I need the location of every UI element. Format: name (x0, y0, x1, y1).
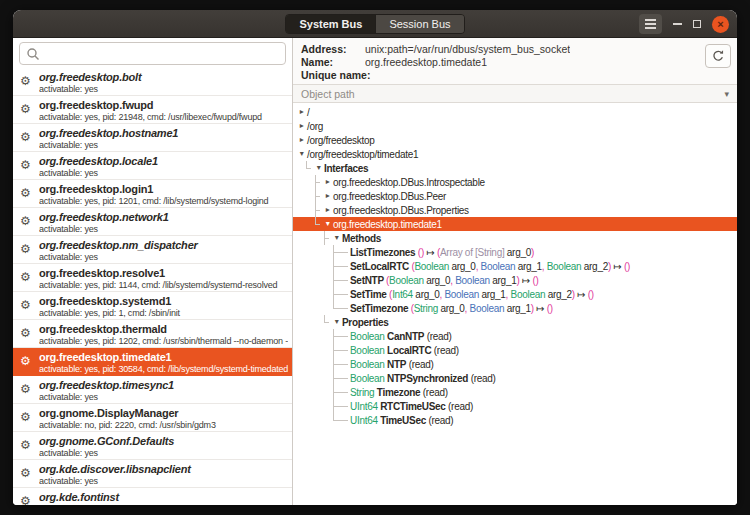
address-label: Address: (301, 43, 365, 56)
menu-button[interactable] (639, 14, 662, 34)
service-list-item[interactable]: ⚙ org.freedesktop.nm_dispatcher activata… (13, 236, 292, 264)
name-value: org.freedesktop.timedate1 (365, 56, 487, 69)
expander-collapsed-icon[interactable]: ▸ (322, 203, 333, 217)
tree-connector-line (332, 273, 350, 287)
tree-row[interactable]: ▸org.freedesktop.DBus.Properties (293, 203, 737, 217)
service-detail: activatable: yes (39, 392, 288, 402)
gear-icon: ⚙ (20, 467, 31, 479)
maximize-button[interactable] (693, 20, 701, 28)
tree-connector-line (332, 371, 350, 385)
service-name: org.kde.discover.libsnapclient (39, 463, 288, 475)
service-name: org.freedesktop.login1 (39, 183, 288, 195)
service-list-item[interactable]: ⚙ org.gnome.GConf.Defaults activatable: … (13, 432, 292, 460)
tree-row[interactable]: Boolean NTPSynchronized (read) (293, 371, 737, 385)
tree-text-segment: (read) (424, 331, 451, 342)
tree-connector-line (332, 357, 350, 371)
tree-text-segment: Boolean (481, 261, 516, 272)
search-icon (26, 47, 40, 61)
tree-text-segment: Boolean (350, 331, 387, 342)
tree-row[interactable]: Boolean CanNTP (read) (293, 329, 737, 343)
tree-row[interactable]: ▾/org/freedesktop/timedate1 (293, 147, 737, 161)
gear-icon: ⚙ (20, 271, 31, 283)
tree-text-segment: (read) (431, 345, 458, 356)
tree-connector-line (314, 189, 322, 203)
tree-connector-line (332, 245, 350, 259)
minimize-button[interactable] (673, 23, 682, 25)
expander-collapsed-icon[interactable]: ▸ (296, 133, 307, 147)
chevron-down-icon: ▾ (724, 89, 729, 99)
maximize-icon (693, 20, 701, 28)
tree-indent (293, 385, 332, 399)
expander-collapsed-icon[interactable]: ▸ (296, 105, 307, 119)
tree-indent (293, 203, 314, 217)
service-list-item[interactable]: ⚙ org.freedesktop.timedate1 activatable:… (13, 348, 292, 376)
tree-row[interactable]: ▸/org/freedesktop (293, 133, 737, 147)
service-list-item[interactable]: ⚙ org.kde.fontinst (13, 488, 292, 505)
tree-row[interactable]: ▾Methods (293, 231, 737, 245)
tree-row[interactable]: ▾Interfaces (293, 161, 737, 175)
tree-connector-line (332, 413, 350, 427)
expander-collapsed-icon[interactable]: ▸ (296, 119, 307, 133)
tree-row[interactable]: ▸/ (293, 105, 737, 119)
tree-row[interactable]: ▸org.freedesktop.DBus.Peer (293, 189, 737, 203)
expander-expanded-icon[interactable]: ▾ (296, 147, 307, 161)
expander-expanded-icon[interactable]: ▾ (313, 161, 324, 175)
service-list-item[interactable]: ⚙ org.freedesktop.hostname1 activatable:… (13, 124, 292, 152)
tree-row[interactable]: SetTimezone (String arg_0, Boolean arg_1… (293, 301, 737, 315)
tree-row[interactable]: SetNTP (Boolean arg_0, Boolean arg_1) ↦ … (293, 273, 737, 287)
tree-text-segment: arg_0 (438, 303, 465, 314)
tree-row[interactable]: Boolean LocalRTC (read) (293, 343, 737, 357)
tree-row[interactable]: Boolean NTP (read) (293, 357, 737, 371)
expander-expanded-icon[interactable]: ▾ (322, 217, 333, 231)
service-list-item[interactable]: ⚙ org.freedesktop.resolve1 activatable: … (13, 264, 292, 292)
tree-row[interactable]: String Timezone (read) (293, 385, 737, 399)
service-list-item[interactable]: ⚙ org.gnome.DisplayManager activatable: … (13, 404, 292, 432)
gear-icon: ⚙ (20, 495, 31, 505)
gear-icon: ⚙ (20, 243, 31, 255)
service-name: org.freedesktop.hostname1 (39, 127, 288, 139)
tree-text-segment: TimeUSec (380, 415, 426, 426)
service-list-item[interactable]: ⚙ org.freedesktop.timesync1 activatable:… (13, 376, 292, 404)
tree-text-segment: arg_1 (504, 303, 531, 314)
expander-collapsed-icon[interactable]: ▸ (322, 189, 333, 203)
service-list-item[interactable]: ⚙ org.freedesktop.systemd1 activatable: … (13, 292, 292, 320)
tree-row[interactable]: SetTime (Int64 arg_0, Boolean arg_1, Boo… (293, 287, 737, 301)
tree-text-segment: Boolean (350, 359, 387, 370)
unique-name-label: Unique name: (301, 69, 370, 82)
tree-row[interactable]: UInt64 RTCTimeUSec (read) (293, 399, 737, 413)
tree-text-segment: SetNTP (350, 275, 386, 286)
tree-row[interactable]: ▾Properties (293, 315, 737, 329)
tree-row[interactable]: ListTimezones () ↦ (Array of [String] ar… (293, 245, 737, 259)
expander-expanded-icon[interactable]: ▾ (331, 315, 342, 329)
tab-session-bus[interactable]: Session Bus (375, 15, 463, 33)
tree-row[interactable]: ▾org.freedesktop.timedate1 (293, 217, 737, 231)
close-button[interactable]: × (712, 16, 729, 33)
tree-text-segment: Boolean (444, 289, 479, 300)
app-window: System Bus Session Bus × (13, 10, 737, 505)
expander-collapsed-icon[interactable]: ▸ (322, 175, 333, 189)
tree-connector-line (332, 301, 350, 315)
expander-expanded-icon[interactable]: ▾ (331, 231, 342, 245)
tab-system-bus[interactable]: System Bus (286, 15, 375, 33)
service-list-item[interactable]: ⚙ org.freedesktop.locale1 activatable: y… (13, 152, 292, 180)
service-name: org.freedesktop.timedate1 (39, 351, 288, 363)
titlebar[interactable]: System Bus Session Bus × (13, 10, 737, 38)
service-list-item[interactable]: ⚙ org.freedesktop.bolt activatable: yes (13, 68, 292, 96)
service-list-item[interactable]: ⚙ org.freedesktop.thermald activatable: … (13, 320, 292, 348)
tree-row[interactable]: ▸/org (293, 119, 737, 133)
tree-text-segment: ↦ (519, 275, 532, 286)
object-path-column-header[interactable]: Object path ▾ (293, 84, 737, 103)
tree-row[interactable]: SetLocalRTC (Boolean arg_0, Boolean arg_… (293, 259, 737, 273)
tree-indent (293, 175, 314, 189)
search-input[interactable] (20, 43, 285, 64)
tree-row[interactable]: UInt64 TimeUSec (read) (293, 413, 737, 427)
service-name: org.freedesktop.thermald (39, 323, 288, 335)
tree-row[interactable]: ▸org.freedesktop.DBus.Introspectable (293, 175, 737, 189)
service-name: org.freedesktop.resolve1 (39, 267, 288, 279)
service-list-item[interactable]: ⚙ org.freedesktop.network1 activatable: … (13, 208, 292, 236)
service-list-item[interactable]: ⚙ org.freedesktop.fwupd activatable: yes… (13, 96, 292, 124)
tree-connector-line (314, 175, 322, 189)
refresh-button[interactable] (705, 44, 731, 68)
service-list-item[interactable]: ⚙ org.freedesktop.login1 activatable: ye… (13, 180, 292, 208)
service-list-item[interactable]: ⚙ org.kde.discover.libsnapclient activat… (13, 460, 292, 488)
